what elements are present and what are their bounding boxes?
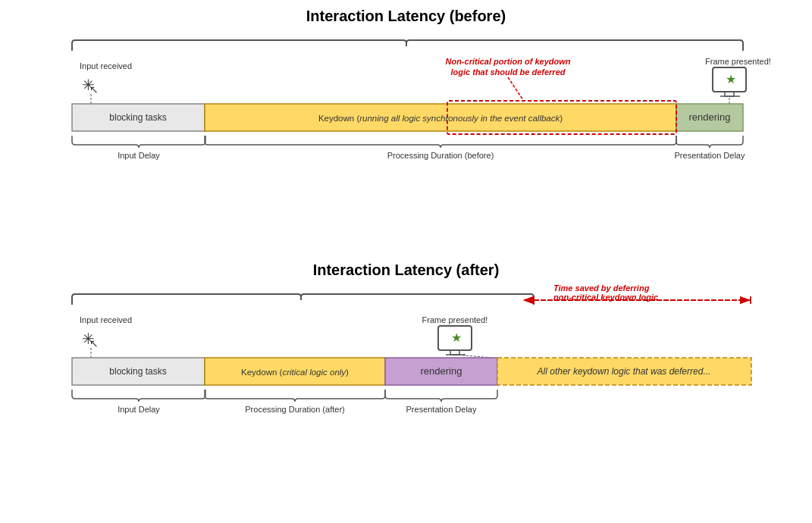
input-delay-label-top: Input Delay [118,151,160,160]
rendering-label-top: rendering [689,111,731,123]
star-icon-bottom: ★ [451,331,462,344]
frame-presented-label-bottom: Frame presented! [422,315,488,324]
top-section: Interaction Latency (before) Input recei… [23,8,789,181]
cursor-icon-bottom: ↖ [89,337,99,349]
presentation-delay-label-bottom: Presentation Delay [406,405,477,414]
input-delay-label-bottom: Input Delay [118,405,160,414]
input-received-label-bottom: Input received [80,315,132,324]
time-saved-line2: non-critical keydown logic [553,293,658,302]
bottom-section: Interaction Latency (after) Input receiv… [23,262,789,435]
blocking-tasks-label-bottom: blocking tasks [109,366,166,377]
presentation-delay-label-top: Presentation Delay [675,151,745,160]
bottom-diagram: Input received ✳ ↖ Frame presented! ★ [23,283,789,435]
red-annotation-line1-top: Non-critical portion of keydown [445,57,570,66]
top-title: Interaction Latency (before) [23,8,789,25]
cursor-icon: ↖ [89,83,99,96]
keydown-combined-top: Keydown (running all logic synchronously… [318,114,563,123]
svg-line-9 [508,77,523,100]
processing-duration-label-bottom: Processing Duration (after) [245,405,344,414]
top-svg: Input received ✳ ↖ Frame presented! ★ [23,30,789,181]
input-received-label: Input received [80,61,132,70]
red-annotation-line2-top: logic that should be deferred [451,67,566,77]
top-diagram: Input received ✳ ↖ Frame presented! ★ [23,30,789,181]
main-container: Interaction Latency (before) Input recei… [0,0,812,523]
blocking-tasks-label-top: blocking tasks [109,112,166,123]
bottom-title: Interaction Latency (after) [23,262,789,279]
time-saved-line1: Time saved by deferring [553,283,650,293]
star-icon-top: ★ [726,73,736,86]
bottom-svg: Input received ✳ ↖ Frame presented! ★ [23,283,789,443]
deferred-label-bottom: All other keydown logic that was deferre… [537,366,711,377]
frame-presented-label-top: Frame presented! [705,57,771,66]
rendering-label-bottom: rendering [421,365,462,377]
processing-duration-label-top: Processing Duration (before) [387,151,494,160]
keydown-combined-bottom: Keydown (critical logic only) [241,368,349,377]
